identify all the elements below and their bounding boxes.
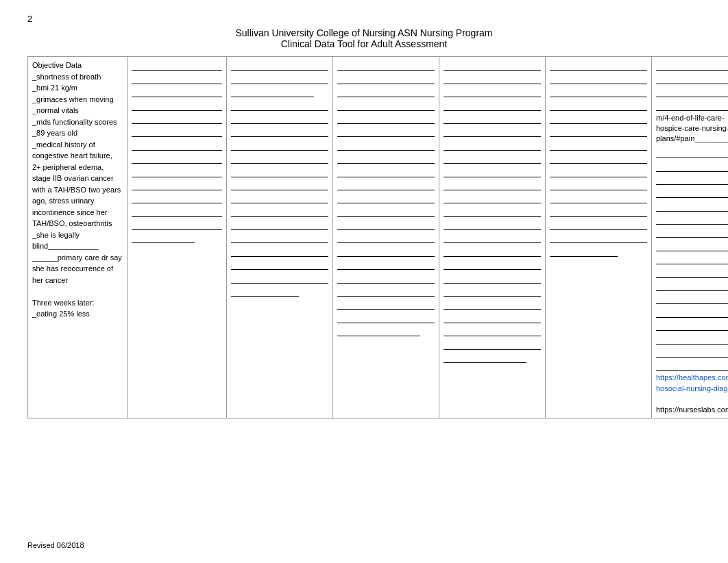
line [337,60,435,71]
line [337,259,435,270]
line [132,60,222,71]
page-header: Sullivan University College of Nursing A… [0,0,728,56]
line [231,166,328,177]
line [337,219,435,230]
line [337,99,435,110]
line [231,153,328,164]
line [231,113,328,124]
line [231,245,328,256]
line [132,86,222,97]
line [550,166,647,177]
line [444,245,541,256]
col5-cell [439,57,546,418]
line [656,360,728,371]
line [656,347,728,358]
line [444,179,541,190]
line [337,232,435,243]
line [444,99,541,110]
line [656,266,728,277]
line [444,272,541,283]
line [231,179,328,190]
line [444,192,541,203]
line [231,60,328,71]
line [444,325,541,336]
col6-cell [546,57,652,418]
line [231,232,328,243]
line [656,187,728,198]
line [132,179,222,190]
line [444,338,541,349]
line [231,259,328,270]
line [444,352,526,363]
line [132,139,222,150]
header-title-line1: Sullivan University College of Nursing A… [0,27,728,38]
line [656,200,728,211]
line [337,299,435,310]
line [444,312,541,323]
col2-cell [128,57,227,418]
col7-link2[interactable]: https://healthapes.com/psychosocial-nurs… [656,373,728,392]
line [656,293,728,304]
line [656,306,728,317]
line [337,73,435,84]
line [444,205,541,216]
line [656,227,728,238]
line [656,60,728,71]
line [132,153,222,164]
line [656,174,728,185]
line [444,60,541,71]
line [656,280,728,291]
line [444,166,541,177]
line [444,259,541,270]
line [231,139,328,150]
line [550,232,647,243]
line [337,153,435,164]
line [550,60,647,71]
line [231,205,328,216]
line [444,86,541,97]
line [656,333,728,344]
line [337,139,435,150]
line [444,219,541,230]
line [444,126,541,137]
line-short [231,286,299,297]
line [550,73,647,84]
line [231,73,328,84]
line [444,113,541,124]
line [656,99,728,110]
page-number: 2 [27,14,32,24]
line [656,253,728,264]
header-title-line2: Clinical Data Tool for Adult Assessment [0,38,728,49]
line [656,214,728,225]
line [132,126,222,137]
line [444,73,541,84]
line [337,113,435,124]
line [231,219,328,230]
line [231,272,328,283]
line [656,160,728,171]
line [550,153,647,164]
line [231,99,328,110]
line [656,240,728,251]
line-short [550,245,618,256]
line [550,126,647,137]
line [550,205,647,216]
line [132,113,222,124]
line [337,272,435,283]
line [132,205,222,216]
col4-cell [333,57,439,418]
line [337,86,435,97]
line [550,192,647,203]
col3-cell [227,57,333,418]
line [337,312,435,323]
line [337,192,435,203]
line [656,73,728,84]
line [550,86,647,97]
objective-data-text: Objective Data _shortness of breath _bmi… [32,60,123,320]
line [337,325,420,336]
line [550,179,647,190]
line [231,86,314,97]
line [231,192,328,203]
line [550,219,647,230]
line [337,205,435,216]
